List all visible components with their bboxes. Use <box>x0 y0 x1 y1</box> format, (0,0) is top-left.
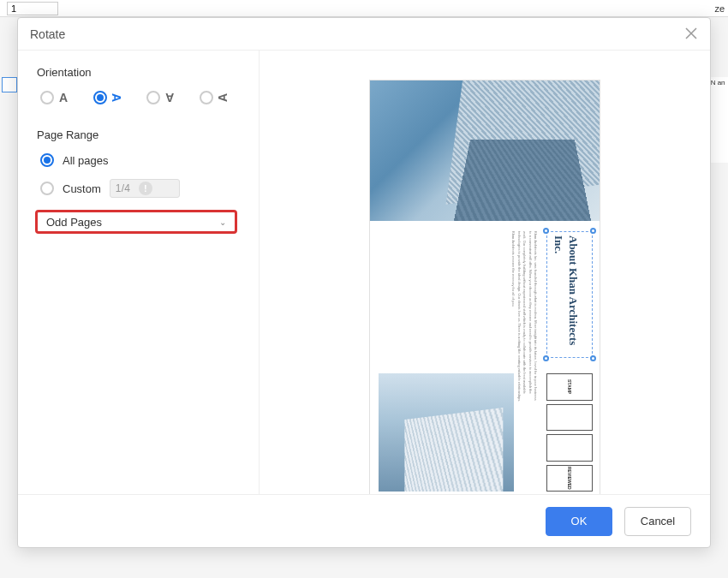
close-icon[interactable] <box>684 27 698 41</box>
info-icon[interactable]: ! <box>139 182 152 195</box>
page-number-input[interactable] <box>7 2 58 15</box>
letter-a-0-icon: A <box>59 91 68 104</box>
dialog-body: Orientation A A A A Pag <box>18 51 710 494</box>
selection-handle-icon[interactable] <box>590 355 596 361</box>
radio-icon <box>93 91 107 104</box>
dialog-header: Rotate <box>18 18 710 51</box>
custom-pages-option[interactable]: Custom /4 ! <box>37 179 240 198</box>
preview-stamps: STAMP REVIEWED <box>546 373 593 492</box>
radio-icon <box>40 91 54 104</box>
bg-toolbar <box>0 0 728 17</box>
all-pages-label: All pages <box>63 154 108 167</box>
bg-toolbar-right-text: ze <box>714 3 725 14</box>
stamp-box <box>546 434 593 462</box>
bg-thumbnail[interactable] <box>2 77 17 92</box>
selection-handle-icon[interactable] <box>590 228 596 234</box>
preview-heading-text: About Khan Architects Inc. <box>547 232 583 357</box>
preview-bottom-image <box>379 373 514 492</box>
preview-panel: Khan Architects Inc. was founded through… <box>260 51 710 494</box>
orientation-270deg[interactable]: A <box>200 91 227 104</box>
dialog-title: Rotate <box>30 27 65 41</box>
orientation-0deg[interactable]: A <box>40 91 68 104</box>
dialog-footer: OK Cancel <box>18 494 710 547</box>
radio-icon <box>40 182 54 195</box>
orientation-90deg[interactable]: A <box>93 91 121 104</box>
selection-handle-icon[interactable] <box>543 355 549 361</box>
selection-handle-icon[interactable] <box>543 228 549 234</box>
preview-heading-selection[interactable]: About Khan Architects Inc. <box>546 231 593 358</box>
letter-a-270-icon: A <box>216 93 230 102</box>
preview-page: Khan Architects Inc. was founded through… <box>369 80 600 494</box>
letter-a-90-icon: A <box>110 93 123 102</box>
radio-icon <box>200 91 213 104</box>
dropdown-value: Odd Pages <box>46 216 102 229</box>
orientation-label: Orientation <box>37 66 240 79</box>
radio-icon <box>146 91 160 104</box>
orientation-options: A A A A <box>37 91 240 104</box>
page-range-label: Page Range <box>37 128 240 141</box>
cancel-button[interactable]: Cancel <box>624 507 691 536</box>
page-subset-dropdown[interactable]: Odd Pages ⌄ <box>35 210 237 234</box>
stamp-box <box>546 404 593 432</box>
options-panel: Orientation A A A A Pag <box>18 51 260 494</box>
ok-button[interactable]: OK <box>546 507 612 536</box>
letter-a-180-icon: A <box>165 91 174 104</box>
preview-top-image <box>370 80 600 221</box>
chevron-down-icon: ⌄ <box>219 217 226 227</box>
stamp-box: STAMP <box>546 373 593 401</box>
stamp-box: REVIEWED <box>546 465 593 492</box>
orientation-180deg[interactable]: A <box>146 91 174 104</box>
rotate-dialog: Rotate Orientation A A A <box>17 17 711 548</box>
radio-icon <box>40 153 54 167</box>
all-pages-option[interactable]: All pages <box>37 153 240 167</box>
custom-label: Custom <box>63 182 101 195</box>
